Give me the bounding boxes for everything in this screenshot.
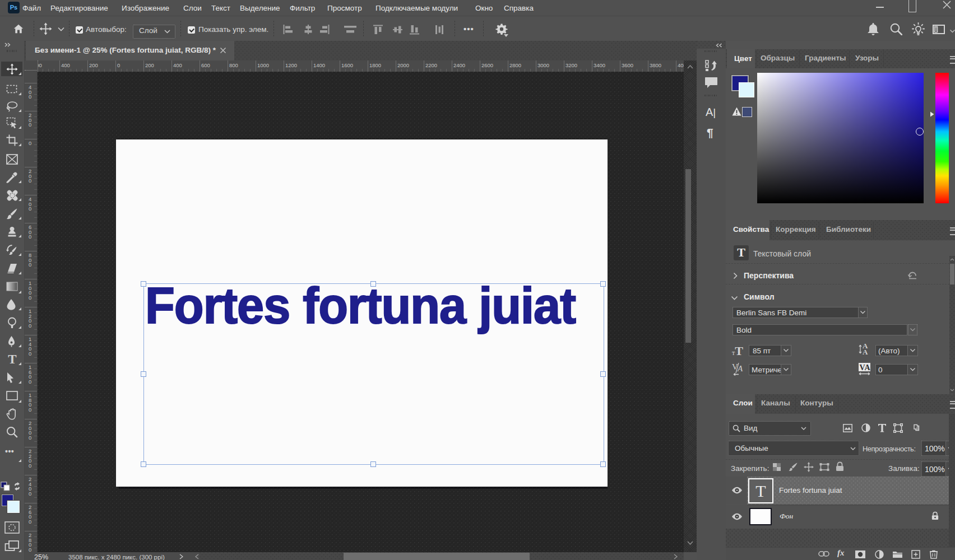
svg-text:A: A <box>865 363 871 372</box>
svg-text:A: A <box>863 348 868 356</box>
